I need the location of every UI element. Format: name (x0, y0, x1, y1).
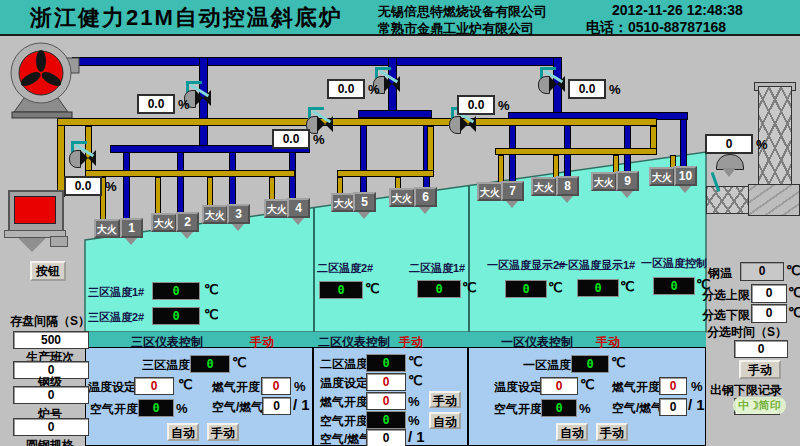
celsius-unit: ℃ (620, 279, 635, 294)
zone3-ratio-field[interactable]: 0 (262, 397, 291, 415)
zone3-gas-field[interactable]: 0 (261, 377, 291, 395)
gas-valve-zone1[interactable] (449, 112, 479, 136)
burner-5: 5 (353, 192, 376, 212)
save-interval-label: 存盘间隔（S） (10, 313, 90, 330)
burner-9: 9 (616, 171, 639, 191)
zone2-ratio-label: 空气/燃气 (320, 431, 371, 446)
sort-time-field[interactable]: 0 (734, 340, 788, 358)
air-opening-zone2: 0.0 (327, 79, 365, 99)
zone1-setpoint-label: 温度设定 (494, 379, 542, 396)
gas-opening-zone2: 0.0 (272, 129, 310, 149)
exhaust-duct (706, 186, 750, 214)
celsius-unit: ℃ (408, 354, 423, 369)
celsius-unit: ℃ (178, 377, 193, 392)
zone1-auto-button[interactable]: 自动 (556, 423, 588, 441)
burner-10: 10 (674, 166, 697, 186)
percent-unit: % (408, 394, 420, 409)
burner-1: 1 (120, 218, 143, 238)
zone3-auto-button[interactable]: 自动 (167, 423, 199, 441)
celsius-unit: ℃ (548, 280, 563, 295)
zone2-setpoint-field[interactable]: 0 (366, 373, 406, 391)
burner-flame-1: 大火 (94, 219, 120, 238)
zone2-temp-label: 二区温度 (320, 356, 368, 373)
sort-high-label: 分选上限 (702, 287, 750, 304)
exhaust-elbow (748, 184, 800, 216)
zone3-temp-label: 三区温度 (142, 357, 190, 374)
burner-nozzle (621, 191, 633, 198)
air-opening-zone3: 0.0 (137, 94, 175, 114)
burner-flame-3: 大火 (202, 205, 228, 224)
zone3-setpoint-field[interactable]: 0 (134, 377, 174, 395)
burner-6: 6 (414, 187, 437, 207)
sort-low-field[interactable]: 0 (751, 304, 787, 323)
zone2-gas-field[interactable]: 0 (366, 392, 406, 410)
percent-unit: % (294, 379, 306, 394)
air-main-pipe (72, 57, 562, 66)
zone1-manual-button[interactable]: 手动 (596, 423, 628, 441)
zone1-panel-title: 一区仪表控制 (501, 334, 573, 351)
celsius-unit: ℃ (786, 263, 800, 278)
zone3-temp2-label: 三区温度2# (88, 310, 144, 325)
burner-flame-7: 大火 (477, 182, 503, 201)
gas-opening-zone1: 0.0 (457, 95, 495, 115)
zone3-manual-button[interactable]: 手动 (207, 423, 239, 441)
zone2-setpoint-label: 温度设定 (320, 375, 368, 392)
furnace-no-field[interactable]: 0 (13, 418, 89, 436)
gas-branch-3 (207, 177, 213, 206)
burner-nozzle (292, 218, 304, 225)
zone1-gas-field[interactable]: 0 (659, 377, 687, 395)
zone2-ratio-field[interactable]: 0 (366, 429, 406, 446)
air-branch-1 (123, 152, 130, 219)
gas-valve-zone3[interactable] (69, 146, 99, 170)
air-valve-readout-zone3: 0.0 % (137, 94, 190, 114)
burner-7: 7 (501, 181, 524, 201)
save-interval-field[interactable]: 500 (13, 331, 89, 349)
zone3-ratio-label: 空气/燃气 (212, 399, 263, 416)
watermark: 中☽简印 (733, 397, 786, 414)
gas-main-pipe (57, 118, 657, 126)
celsius-unit: ℃ (204, 282, 219, 297)
air-branch-5 (360, 117, 367, 193)
gas-tank-level (14, 196, 56, 224)
zone2-air-label: 空气开度 (320, 413, 368, 430)
gas-opening-zone3: 0.0 (64, 176, 102, 196)
damper-stem (722, 168, 736, 177)
zone2-temp1-display: 0 (417, 280, 461, 298)
zone3-mode-badge: 手动 (250, 334, 274, 351)
zone2-temp-display: 0 (366, 354, 406, 372)
zone1-air-label: 空气开度 (494, 401, 542, 418)
zone3-temp-display: 0 (190, 355, 230, 373)
gas-branch-7 (498, 155, 504, 183)
misc-button[interactable]: 按钮 (30, 261, 66, 281)
burner-3: 3 (227, 204, 250, 224)
percent-unit: % (176, 401, 188, 416)
air-valve-zone1[interactable] (538, 72, 568, 96)
zone2-manual-button[interactable]: 手动 (429, 391, 461, 408)
zone1-temp-display: 0 (571, 355, 609, 373)
burner-8: 8 (556, 176, 579, 196)
sort-high-field[interactable]: 0 (751, 284, 787, 303)
percent-unit: % (178, 97, 190, 112)
zone1-air-display: 0 (541, 399, 577, 417)
zone2-gas-label: 燃气开度 (320, 394, 368, 411)
zone2-temp1-label: 二区温度1# (409, 261, 465, 276)
steel-grade-field[interactable]: 0 (13, 386, 89, 404)
zone2-auto-button[interactable]: 自动 (429, 412, 461, 429)
zone1-temp2-label: 一区温度显示2# (487, 258, 565, 273)
percent-unit: % (313, 132, 325, 147)
zone1-temp-ctrl-label: 一区温度控制 (641, 256, 707, 271)
zone3-panel-title: 三区仪表控制 (131, 334, 203, 351)
zone1-mode-badge: 手动 (596, 334, 620, 351)
burner-nozzle (181, 232, 193, 239)
gas-valve-readout-zone2: 0.0 % (272, 129, 325, 149)
steel-temp-label: 钢温 (708, 265, 732, 282)
gas-manifold-zone2 (337, 170, 434, 177)
sort-manual-button[interactable]: 手动 (739, 360, 781, 379)
zone1-ratio-field[interactable]: 0 (659, 398, 687, 416)
celsius-unit: ℃ (788, 305, 800, 320)
air-branch-3 (229, 152, 236, 205)
zone1-temp-ctrl-display: 0 (653, 277, 695, 295)
ratio-suffix: / 1 (688, 396, 705, 413)
burner-nozzle (125, 238, 137, 245)
zone1-setpoint-field[interactable]: 0 (540, 377, 578, 395)
